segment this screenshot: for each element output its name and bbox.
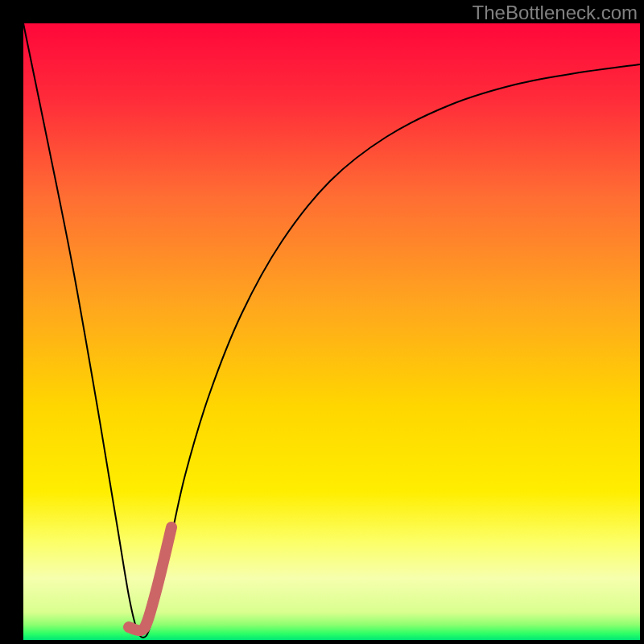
chart-svg xyxy=(0,0,644,644)
bottleneck-chart: TheBottleneck.com xyxy=(0,0,644,644)
plot-background xyxy=(23,23,640,640)
watermark-label: TheBottleneck.com xyxy=(473,2,638,24)
